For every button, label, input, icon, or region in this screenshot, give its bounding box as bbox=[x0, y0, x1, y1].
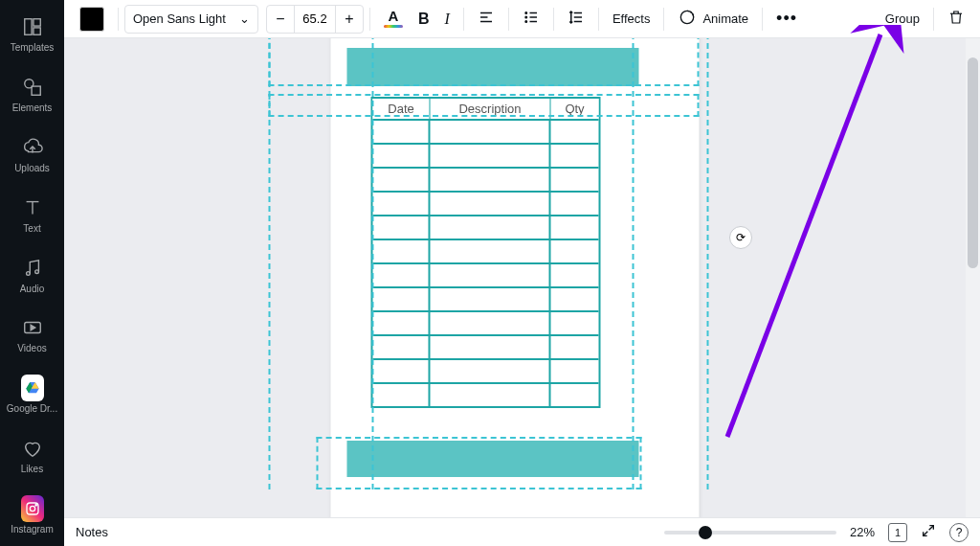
table-row[interactable] bbox=[373, 239, 599, 262]
text-color-swatch[interactable] bbox=[72, 5, 112, 34]
table-cell[interactable] bbox=[551, 288, 599, 310]
sidebar-item-elements[interactable]: Elements bbox=[0, 68, 64, 121]
elements-icon bbox=[21, 76, 44, 99]
table-cell[interactable] bbox=[551, 121, 599, 143]
table-cell[interactable] bbox=[431, 121, 551, 143]
table-cell[interactable] bbox=[373, 145, 431, 167]
table-cell[interactable] bbox=[373, 384, 431, 406]
more-options-button[interactable]: ••• bbox=[768, 5, 805, 34]
table-row[interactable] bbox=[373, 262, 599, 286]
table-cell[interactable] bbox=[551, 312, 599, 334]
table-cell[interactable] bbox=[431, 216, 551, 239]
bold-button[interactable]: B bbox=[411, 5, 437, 34]
table-cell[interactable] bbox=[551, 169, 599, 191]
sidebar-item-videos[interactable]: Videos bbox=[0, 308, 64, 361]
scrollbar-thumb[interactable] bbox=[968, 57, 978, 268]
top-toolbar: Open Sans Light ⌄ − + A B I Effects Anim… bbox=[64, 0, 980, 38]
notes-button[interactable]: Notes bbox=[76, 525, 108, 539]
sidebar-item-likes[interactable]: Likes bbox=[0, 429, 64, 482]
table-cell[interactable] bbox=[431, 312, 551, 334]
table-cell[interactable] bbox=[551, 264, 599, 286]
animate-button[interactable]: Animate bbox=[670, 5, 756, 34]
spacing-icon bbox=[568, 9, 585, 29]
zoom-level-label[interactable]: 22% bbox=[850, 525, 875, 539]
table-row[interactable] bbox=[373, 310, 599, 334]
table-cell[interactable] bbox=[431, 336, 551, 358]
table-header-date[interactable]: Date bbox=[373, 99, 431, 119]
table-cell[interactable] bbox=[373, 264, 431, 286]
sidebar-item-audio[interactable]: Audio bbox=[0, 249, 64, 302]
table-row[interactable] bbox=[373, 167, 599, 191]
canvas-workspace[interactable]: Date Description Qty bbox=[64, 38, 966, 517]
table-cell[interactable] bbox=[373, 121, 431, 143]
list-button[interactable] bbox=[515, 5, 547, 34]
delete-button[interactable] bbox=[940, 5, 972, 34]
font-family-dropdown[interactable]: Open Sans Light ⌄ bbox=[124, 5, 258, 34]
selection-guide bbox=[633, 38, 709, 489]
sidebar-label: Videos bbox=[17, 343, 46, 353]
zoom-slider[interactable] bbox=[664, 531, 836, 535]
font-size-input[interactable] bbox=[294, 6, 336, 33]
table-cell[interactable] bbox=[373, 240, 431, 262]
table-cell[interactable] bbox=[551, 145, 599, 167]
rotate-handle[interactable]: ⟳ bbox=[729, 226, 752, 249]
decorative-wave-bottom[interactable] bbox=[347, 441, 639, 477]
table-cell[interactable] bbox=[373, 312, 431, 334]
table-row[interactable] bbox=[373, 143, 599, 167]
table-row[interactable] bbox=[373, 334, 599, 358]
table-cell[interactable] bbox=[431, 240, 551, 262]
table-cell[interactable] bbox=[551, 193, 599, 215]
table-cell[interactable] bbox=[551, 384, 599, 406]
group-button[interactable]: Group bbox=[878, 5, 927, 34]
alignment-button[interactable] bbox=[470, 5, 502, 34]
table-row[interactable] bbox=[373, 286, 599, 310]
table-cell[interactable] bbox=[551, 216, 599, 239]
page-count-badge[interactable]: 1 bbox=[888, 523, 907, 542]
spacing-button[interactable] bbox=[560, 5, 592, 34]
table-cell[interactable] bbox=[431, 264, 551, 286]
sidebar-item-instagram[interactable]: Instagram bbox=[0, 489, 64, 542]
table-row[interactable] bbox=[373, 215, 599, 239]
table-cell[interactable] bbox=[431, 288, 551, 310]
vertical-scrollbar[interactable] bbox=[966, 38, 980, 517]
table-cell[interactable] bbox=[373, 193, 431, 215]
italic-button[interactable]: I bbox=[437, 5, 457, 34]
design-page[interactable]: Date Description Qty bbox=[331, 38, 700, 517]
sidebar-item-uploads[interactable]: Uploads bbox=[0, 128, 64, 181]
table-cell[interactable] bbox=[551, 240, 599, 262]
rotate-icon: ⟳ bbox=[736, 231, 746, 244]
sidebar-label: Text bbox=[23, 223, 40, 234]
table-row[interactable] bbox=[373, 382, 599, 406]
font-size-decrease[interactable]: − bbox=[267, 6, 294, 33]
table-cell[interactable] bbox=[431, 145, 551, 167]
table-cell[interactable] bbox=[373, 360, 431, 382]
table-cell[interactable] bbox=[373, 288, 431, 310]
help-button[interactable]: ? bbox=[949, 523, 969, 542]
svg-rect-0 bbox=[24, 19, 31, 35]
effects-button[interactable]: Effects bbox=[605, 5, 658, 34]
table-cell[interactable] bbox=[551, 336, 599, 358]
table-cell[interactable] bbox=[373, 216, 431, 239]
sidebar-item-text[interactable]: Text bbox=[0, 189, 64, 241]
table-cell[interactable] bbox=[431, 360, 551, 382]
fullscreen-button[interactable] bbox=[921, 523, 936, 541]
table-row[interactable] bbox=[373, 358, 599, 382]
sidebar-item-templates[interactable]: Templates bbox=[0, 8, 64, 60]
slider-thumb[interactable] bbox=[699, 526, 712, 539]
table-header-qty[interactable]: Qty bbox=[551, 99, 599, 119]
table-header-description[interactable]: Description bbox=[431, 99, 551, 119]
videos-icon bbox=[21, 316, 44, 339]
table-row[interactable] bbox=[373, 119, 599, 143]
table-row[interactable] bbox=[373, 191, 599, 215]
text-color-button[interactable]: A bbox=[376, 5, 411, 34]
decorative-wave-top[interactable] bbox=[347, 48, 639, 86]
table-cell[interactable] bbox=[551, 360, 599, 382]
sidebar-item-googledrive[interactable]: Google Dr... bbox=[0, 369, 64, 421]
font-size-increase[interactable]: + bbox=[336, 6, 363, 33]
table-cell[interactable] bbox=[431, 193, 551, 215]
table-cell[interactable] bbox=[431, 169, 551, 191]
table-cell[interactable] bbox=[373, 169, 431, 191]
invoice-table[interactable]: Date Description Qty bbox=[371, 97, 601, 408]
table-cell[interactable] bbox=[431, 384, 551, 406]
table-cell[interactable] bbox=[373, 336, 431, 358]
